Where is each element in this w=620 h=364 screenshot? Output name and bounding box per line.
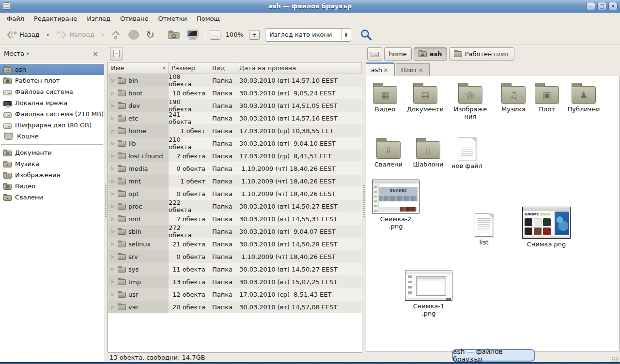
expander-icon[interactable]	[110, 229, 115, 234]
tab[interactable]: Плот ×	[396, 63, 430, 76]
expander-icon[interactable]	[110, 242, 115, 246]
file-row[interactable]: selinux 21 обекта Папка 30.03.2010 (вт) …	[108, 238, 362, 250]
sidebar-place-item[interactable]: ⇩ Свалени	[0, 192, 104, 203]
expander-icon[interactable]	[110, 204, 115, 209]
image-shot2[interactable]: GUADEC Снимка-2.png	[371, 180, 420, 230]
expander-icon[interactable]	[110, 116, 115, 121]
column-header-date[interactable]: Дата на промяна	[236, 62, 362, 74]
places-selector[interactable]: Места ▾	[4, 50, 29, 57]
back-dropdown[interactable]: ▾	[45, 30, 52, 39]
expander-icon[interactable]	[110, 267, 115, 272]
expander-icon[interactable]	[110, 78, 115, 83]
sidebar-place-item[interactable]: ▣ Работен плот	[0, 75, 104, 86]
column-header-type[interactable]: Вид	[209, 62, 236, 74]
file-row[interactable]: proc 222 обекта Папка 30.03.2010 (вт) 14…	[108, 200, 362, 212]
file-row[interactable]: lib 210 обекта Папка 30.03.2010 (вт) 9,0…	[108, 137, 362, 150]
file-row[interactable]: opt 0 обекта Папка 1.10.2009 (чт) 18,40,…	[108, 187, 362, 200]
menu-item[interactable]: Отметки	[153, 14, 191, 24]
view-mode-spinner[interactable]: ▲ ▼	[341, 29, 351, 41]
image-shot1[interactable]: Снимка-1.png	[403, 271, 454, 317]
tab-close-icon[interactable]: ×	[382, 66, 389, 74]
sidebar-place-item[interactable]: ♪ Музика	[0, 158, 104, 169]
sidebar-place-item[interactable]: Файлова система (210 MB)	[0, 108, 104, 120]
file-row[interactable]: media 0 обекта Папка 1.10.2009 (чт) 18,4…	[108, 162, 362, 175]
sidebar-place-item[interactable]: Файлова система	[0, 86, 104, 97]
menu-item[interactable]: Изглед	[82, 14, 115, 24]
file-row[interactable]: boot 10 обекта Папка 30.03.2010 (вт) 9,0…	[108, 87, 362, 99]
file-row[interactable]: srv 0 обекта Папка 1.10.2009 (чт) 18,40,…	[108, 250, 362, 263]
pane-resize-handle[interactable]	[362, 45, 366, 362]
breadcrumb-root-button[interactable]	[367, 47, 382, 61]
menu-item[interactable]: Файл	[2, 14, 29, 24]
file-row[interactable]: bin 108 обекта Папка 30.03.2010 (вт) 14,…	[108, 74, 362, 87]
sidebar-place-item[interactable]: Кошче	[0, 131, 104, 142]
computer-button[interactable]	[184, 27, 202, 43]
taskbar-window-button[interactable]: ash — файлов браузър	[452, 349, 535, 362]
location-toggle-button[interactable]	[110, 47, 123, 61]
breadcrumb-current-button[interactable]: ⌂ ash	[414, 47, 447, 61]
file-row[interactable]: etc 241 обекта Папка 30.03.2010 (вт) 14,…	[108, 112, 362, 124]
file-row[interactable]: tmp 13 обекта Папка 30.03.2010 (вт) 15,0…	[108, 275, 362, 288]
sidebar-place-item[interactable]: ◎ Изображения	[0, 169, 104, 181]
reload-button[interactable]: ↻	[143, 28, 157, 42]
expander-icon[interactable]	[110, 292, 115, 297]
search-button[interactable]	[357, 27, 375, 43]
close-button[interactable]: ×	[608, 2, 618, 10]
sidebar-place-item[interactable]: ⌂ ash	[0, 64, 104, 75]
breadcrumb-home-button[interactable]: home	[384, 47, 412, 61]
file-row[interactable]: home 1 обект Папка 17.03.2010 (ср) 10,38…	[108, 124, 362, 137]
folder-images[interactable]: ◎ Изображения	[450, 82, 491, 120]
stop-button[interactable]	[125, 28, 142, 42]
image-shot[interactable]: GNOME Store Снимка.png	[520, 207, 573, 248]
view-mode-select[interactable]: Изглед като икони ▲ ▼	[265, 28, 351, 42]
zoom-in-button[interactable]: +	[249, 30, 260, 40]
back-button[interactable]: Назад	[3, 28, 43, 42]
column-header-name[interactable]: Име ▾	[108, 62, 169, 74]
file-row[interactable]: var 20 обекта Папка 30.03.2010 (вт) 14,5…	[108, 301, 362, 313]
sidebar-close-button[interactable]: ×	[91, 50, 100, 58]
tab[interactable]: ash ×	[366, 62, 395, 76]
minimize-button[interactable]: −	[586, 2, 595, 10]
file-row[interactable]: mnt 1 обект Папка 1.10.2009 (чт) 18,40,2…	[108, 175, 362, 187]
folder-downloads[interactable]: ⇩ Свалени	[370, 137, 407, 168]
up-button[interactable]	[108, 28, 124, 42]
column-header-size[interactable]: Размер	[169, 62, 209, 74]
folder-desktop[interactable]: ▣ Плот	[533, 82, 561, 113]
maximize-button[interactable]: □	[597, 2, 606, 10]
expander-icon[interactable]	[110, 153, 115, 158]
folder-music[interactable]: ♫ Музика	[496, 82, 531, 113]
file-newfile[interactable]: нов файл	[450, 137, 484, 169]
folder-documents[interactable]: ▤ Документи	[404, 82, 447, 113]
zoom-out-button[interactable]: −	[210, 30, 220, 40]
home-button[interactable]	[165, 28, 183, 42]
expander-icon[interactable]	[110, 304, 115, 309]
file-row[interactable]: sbin 272 обекта Папка 30.03.2010 (вт) 9,…	[108, 225, 362, 238]
folder-video[interactable]: ▦ Видео	[368, 82, 402, 113]
file-row[interactable]: sys 11 обекта Папка 30.03.2010 (вт) 14,5…	[108, 263, 362, 275]
sidebar-place-item[interactable]: Локална мрежа	[0, 97, 104, 108]
breadcrumb-desktop-button[interactable]: Работен плот	[449, 47, 514, 61]
sidebar-place-item[interactable]: Шифриран дял (80 GB)	[0, 120, 104, 131]
pane-resize-handle[interactable]	[104, 45, 108, 362]
expander-icon[interactable]	[110, 279, 115, 284]
menu-item[interactable]: Редактиране	[29, 14, 82, 24]
menu-item[interactable]: Помощ	[192, 14, 225, 24]
expander-icon[interactable]	[110, 191, 115, 196]
expander-icon[interactable]	[110, 141, 115, 146]
folder-templates[interactable]: ▯ Шаблони	[410, 137, 447, 168]
file-row[interactable]: lost+found ? обекта Папка 17.03.2010 (ср…	[108, 150, 362, 162]
expander-icon[interactable]	[110, 216, 115, 221]
forward-dropdown[interactable]: ▾	[99, 30, 107, 39]
sidebar-place-item[interactable]: ▦ Видео	[0, 181, 104, 192]
tab-close-icon[interactable]: ×	[418, 66, 425, 74]
expander-icon[interactable]	[110, 91, 115, 95]
forward-button[interactable]: Напред	[53, 28, 97, 42]
menu-item[interactable]: Отиване	[115, 14, 153, 24]
expander-icon[interactable]	[110, 254, 115, 259]
expander-icon[interactable]	[110, 166, 115, 171]
file-list-doc[interactable]: list	[468, 213, 500, 246]
sidebar-place-item[interactable]: ▤ Документи	[0, 147, 104, 158]
file-row[interactable]: dev 190 обекта Папка 30.03.2010 (вт) 14,…	[108, 99, 362, 112]
resize-grip[interactable]	[611, 356, 619, 362]
expander-icon[interactable]	[110, 103, 115, 108]
